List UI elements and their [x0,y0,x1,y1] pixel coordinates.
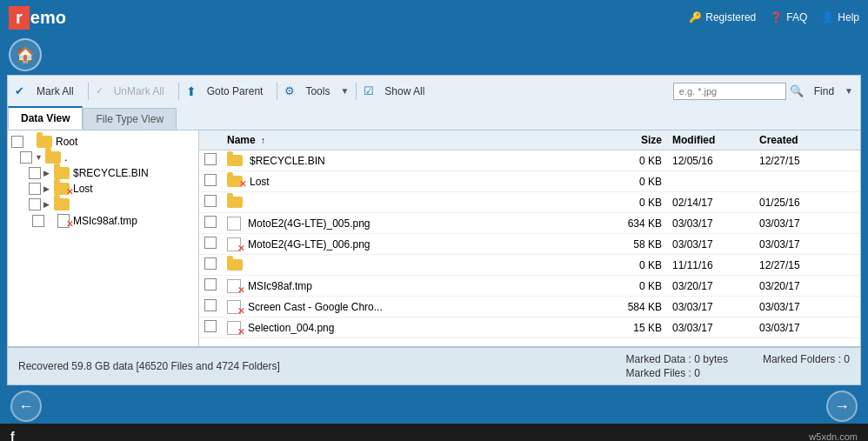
tree-checkbox-unnamed[interactable] [29,198,41,210]
checkbox-icon: ☑ [364,84,374,97]
faq-button[interactable]: ❓ FAQ [770,11,807,23]
tools-dropdown-arrow[interactable]: ▼ [340,86,349,96]
tree-label-root: Root [56,136,77,148]
tree-checkbox-lost[interactable] [29,183,41,195]
tree-item-dot[interactable]: ▼ . [8,150,198,165]
tab-data-view[interactable]: Data View [8,106,83,130]
status-right: Marked Data : 0 bytes Marked Files : 0 M… [626,353,850,379]
header-created-col[interactable]: Created [756,134,860,146]
file-row-2[interactable]: 0 KB 02/14/17 01/25/16 [199,192,860,213]
goto-parent-button[interactable]: Goto Parent [200,83,270,100]
folder-icon-recycle [54,167,70,179]
registered-button[interactable]: 🔑 Registered [689,11,756,23]
row-checkbox-1[interactable] [204,174,217,186]
row-checkbox-5[interactable] [204,257,217,270]
file-row-7[interactable]: ✕ Screen Cast - Google Chro... 584 KB 03… [199,297,860,317]
tree-checkbox-tmp[interactable] [32,215,44,227]
file-row-5[interactable]: 0 KB 11/11/16 12/27/15 [199,255,860,276]
row-size-8: 15 KB [599,322,669,334]
tree-checkbox-dot[interactable] [20,151,32,164]
row-folder-icon-0 [227,155,243,166]
search-input[interactable] [673,83,786,100]
header-created-label: Created [759,134,798,146]
home-button[interactable]: 🏠 [9,38,42,71]
tree-arrow-unnamed: ▶ [43,200,52,209]
tree-item-unnamed[interactable]: ▶ [8,197,198,212]
tree-item-root[interactable]: Root [8,134,198,150]
tree-checkbox-recycle[interactable] [29,167,41,179]
content-area: Root ▼ . ▶ $RECYCLE.BIN ▶ Lost [7,130,861,347]
header-check-col [199,134,224,146]
header-name-col[interactable]: Name ↑ [224,134,599,146]
row-checkbox-4[interactable] [204,237,217,249]
row-file-icon-3 [227,217,241,231]
folder-icon-dot [45,151,61,164]
person-icon: 👤 [821,11,834,23]
faq-label: FAQ [786,11,807,23]
tree-arrow-lost: ▶ [43,184,52,193]
row-size-5: 0 KB [599,259,669,271]
row-checkbox-7[interactable] [204,299,217,311]
tools-button[interactable]: Tools [298,83,337,100]
find-dropdown-arrow[interactable]: ▼ [845,86,853,96]
row-folder-icon-2 [227,197,243,208]
file-row-3[interactable]: MotoE2(4G-LTE)_005.png 634 KB 03/03/17 0… [199,213,860,234]
row-created-8: 03/03/17 [756,322,860,334]
tree-arrow-recycle: ▶ [43,169,52,177]
status-marked: Marked Data : 0 bytes Marked Files : 0 [626,353,728,379]
row-file-icon-8: ✕ [227,321,241,335]
row-created-5: 12/27/15 [756,259,860,271]
marked-data: Marked Data : 0 bytes [626,353,728,365]
tree-item-recycle[interactable]: ▶ $RECYCLE.BIN [8,165,198,181]
file-row-0[interactable]: $RECYCLE.BIN 0 KB 12/05/16 12/27/15 [199,150,860,171]
logo-box: r [9,6,30,30]
tab-file-type-view-label: File Type View [96,113,164,125]
row-size-6: 0 KB [599,280,669,292]
show-all-label: Show All [384,85,424,97]
row-checkbox-2[interactable] [204,195,217,207]
file-row-4[interactable]: ✕ MotoE2(4G-LTE)_006.png 58 KB 03/03/17 … [199,234,860,255]
row-file-icon-6: ✕ [227,279,241,293]
registered-label: Registered [705,11,756,23]
file-icon-tmp [57,214,70,228]
find-button[interactable]: Find [807,83,841,100]
row-name-1: Lost [250,176,270,188]
find-label: Find [814,85,834,97]
tab-file-type-view[interactable]: File Type View [83,108,177,130]
row-modified-0: 12/05/16 [669,155,756,167]
file-row-6[interactable]: ✕ MSIc98af.tmp 0 KB 03/20/17 03/20/17 [199,276,860,297]
help-button[interactable]: 👤 Help [821,11,859,23]
sort-arrow: ↑ [261,136,265,145]
help-label: Help [838,11,859,23]
row-checkbox-3[interactable] [204,216,217,228]
forward-button[interactable]: → [826,391,858,422]
footer: f w5xdn.com [0,424,868,441]
facebook-icon[interactable]: f [10,430,15,441]
unmark-all-label: UnMark All [114,85,164,97]
header-size-col[interactable]: Size [599,134,669,146]
row-checkbox-0[interactable] [204,153,217,165]
tree-item-lost[interactable]: ▶ Lost [8,181,198,197]
row-name-3: MotoE2(4G-LTE)_005.png [248,217,371,230]
tree-item-tmp[interactable]: MSIc98af.tmp [8,212,198,230]
row-modified-8: 03/03/17 [669,322,756,334]
header-modified-col[interactable]: Modified [669,134,756,146]
back-button[interactable]: ← [10,391,42,422]
row-created-7: 03/03/17 [756,301,860,313]
app-header: r emo 🔑 Registered ❓ FAQ 👤 Help [0,0,868,35]
row-name-8: Selection_004.png [248,322,334,334]
tree-checkbox-root[interactable] [11,136,23,148]
red-x-icon-7: ✕ [237,306,244,316]
file-row-1[interactable]: Lost 0 KB [199,171,860,192]
unmark-all-button[interactable]: UnMark All [107,83,171,100]
goto-parent-label: Goto Parent [207,85,264,97]
search-box: 🔍 Find ▼ [673,83,853,100]
row-file-icon-4: ✕ [227,237,241,251]
file-row-8[interactable]: ✕ Selection_004.png 15 KB 03/03/17 03/03… [199,317,860,338]
row-checkbox-6[interactable] [204,278,217,291]
show-all-button[interactable]: Show All [377,83,431,100]
marked-folders: Marked Folders : 0 [763,353,850,379]
header-name-label: Name [227,134,256,146]
row-checkbox-8[interactable] [204,320,217,332]
mark-all-button[interactable]: Mark All [30,83,81,100]
